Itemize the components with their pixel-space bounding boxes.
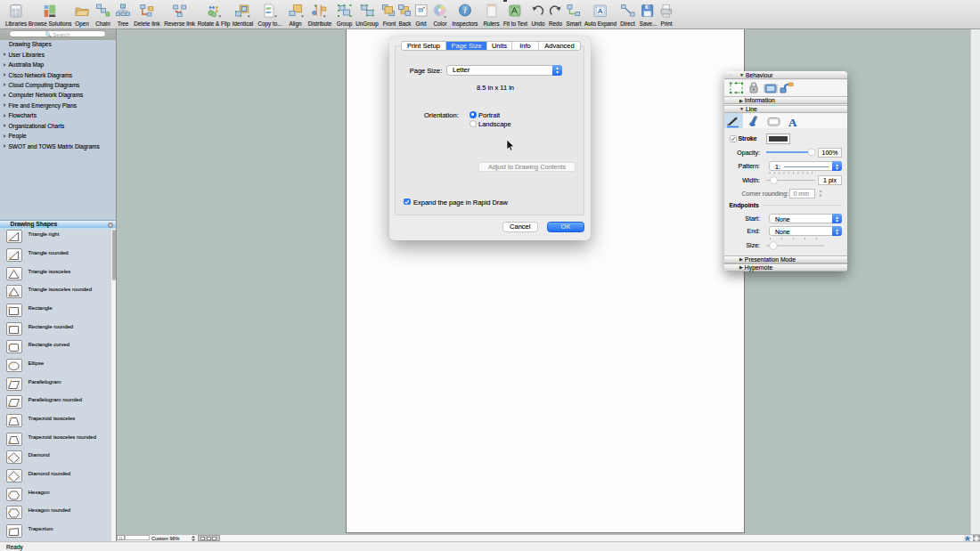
svg-text:A: A (598, 7, 603, 15)
svg-text:A: A (788, 115, 797, 128)
svg-text:i: i (463, 6, 466, 15)
